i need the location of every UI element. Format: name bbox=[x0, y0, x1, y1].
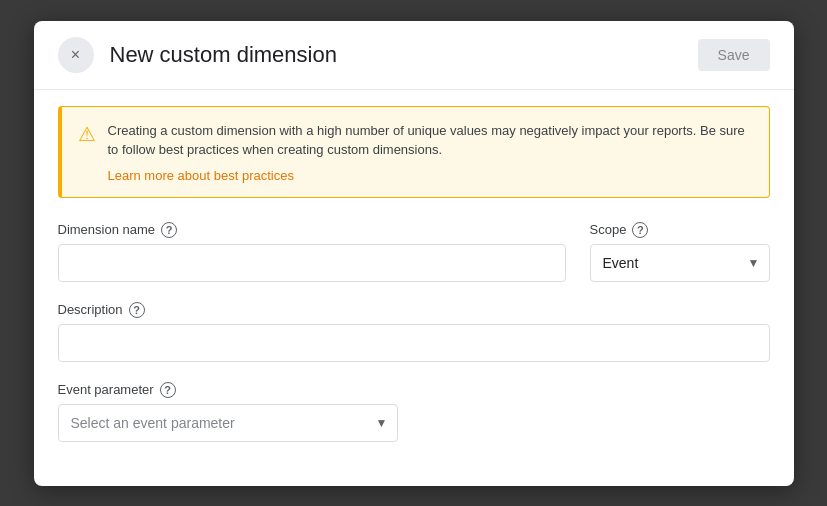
close-icon: × bbox=[71, 46, 80, 64]
form-content: Dimension name ? Scope ? Event User ▼ bbox=[34, 214, 794, 486]
save-button[interactable]: Save bbox=[698, 39, 770, 71]
description-group: Description ? bbox=[58, 302, 770, 362]
scope-select-wrapper: Event User ▼ bbox=[590, 244, 770, 282]
learn-more-link[interactable]: Learn more about best practices bbox=[108, 168, 753, 183]
event-parameter-label: Event parameter ? bbox=[58, 382, 398, 398]
dimension-name-help-icon[interactable]: ? bbox=[161, 222, 177, 238]
description-input[interactable] bbox=[58, 324, 770, 362]
event-parameter-select-wrapper: Select an event parameter ▼ bbox=[58, 404, 398, 442]
dialog-header: × New custom dimension Save bbox=[34, 21, 794, 90]
description-label: Description ? bbox=[58, 302, 770, 318]
dialog-title: New custom dimension bbox=[110, 42, 337, 68]
warning-text: Creating a custom dimension with a high … bbox=[108, 121, 753, 160]
close-button[interactable]: × bbox=[58, 37, 94, 73]
scope-label: Scope ? bbox=[590, 222, 770, 238]
form-row-1: Dimension name ? Scope ? Event User ▼ bbox=[58, 222, 770, 282]
scope-select[interactable]: Event User bbox=[590, 244, 770, 282]
header-left: × New custom dimension bbox=[58, 37, 337, 73]
warning-icon: ⚠ bbox=[78, 122, 96, 146]
dimension-name-label: Dimension name ? bbox=[58, 222, 566, 238]
dimension-name-input[interactable] bbox=[58, 244, 566, 282]
event-parameter-select[interactable]: Select an event parameter bbox=[58, 404, 398, 442]
scope-help-icon[interactable]: ? bbox=[632, 222, 648, 238]
event-parameter-group: Event parameter ? Select an event parame… bbox=[58, 382, 398, 442]
dimension-name-group: Dimension name ? bbox=[58, 222, 566, 282]
event-parameter-help-icon[interactable]: ? bbox=[160, 382, 176, 398]
warning-banner: ⚠ Creating a custom dimension with a hig… bbox=[58, 106, 770, 198]
description-help-icon[interactable]: ? bbox=[129, 302, 145, 318]
scope-group: Scope ? Event User ▼ bbox=[590, 222, 770, 282]
warning-content: Creating a custom dimension with a high … bbox=[108, 121, 753, 183]
form-row-3: Event parameter ? Select an event parame… bbox=[58, 382, 770, 442]
new-custom-dimension-dialog: × New custom dimension Save ⚠ Creating a… bbox=[34, 21, 794, 486]
form-row-2: Description ? bbox=[58, 302, 770, 362]
